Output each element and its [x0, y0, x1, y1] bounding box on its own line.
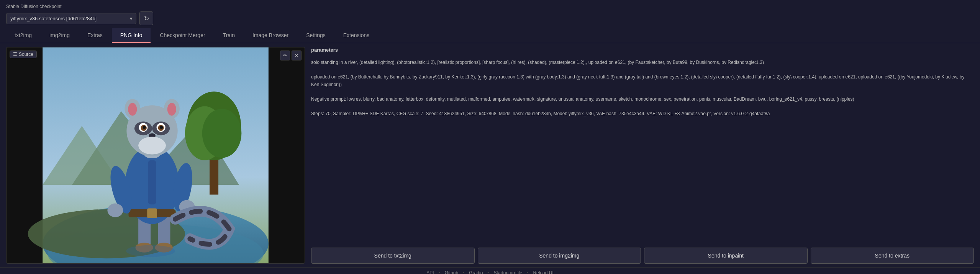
footer-startup-profile-link[interactable]: Startup profile	[494, 270, 523, 274]
tab-train[interactable]: Train	[215, 28, 243, 43]
nav-tabs: txt2img img2img Extras PNG Info Checkpoi…	[0, 28, 980, 43]
tab-image-browser[interactable]: Image Browser	[244, 28, 297, 43]
refresh-icon: ↻	[144, 15, 149, 22]
footer: API • Github • Gradio • Startup profile …	[0, 267, 980, 274]
negative-label: Negative prompt:	[311, 96, 346, 102]
image-panel: ☰ Source ✏ ✕	[6, 47, 305, 264]
top-bar: Stable Diffusion checkpoint yiffymix_v36…	[0, 0, 980, 28]
source-label: Source	[19, 52, 33, 57]
params-panel: parameters solo standing in a river, (de…	[311, 47, 974, 264]
main-content: ☰ Source ✏ ✕	[0, 43, 980, 267]
send-inpaint-button[interactable]: Send to inpaint	[644, 248, 808, 264]
edit-icon: ✏	[283, 53, 287, 58]
tab-img2img[interactable]: img2img	[41, 28, 78, 43]
checkpoint-select-wrapper[interactable]: yiffymix_v36.safetensors [dd61eb284b]	[6, 13, 136, 24]
image-actions: ✏ ✕	[280, 51, 302, 60]
send-extras-button[interactable]: Send to extras	[811, 248, 974, 264]
svg-rect-16	[148, 160, 156, 204]
raccoon-illustration	[7, 47, 305, 263]
source-badge: ☰ Source	[10, 51, 37, 58]
refresh-checkpoint-button[interactable]: ↻	[139, 11, 153, 25]
uploaded-line: uploaded on e621, (by Butterchalk, by Bu…	[311, 74, 964, 87]
checkpoint-label: Stable Diffusion checkpoint	[6, 4, 974, 9]
negative-prompt: lowres, blurry, bad anatomy, letterbox, …	[347, 96, 854, 102]
tab-pnginfo[interactable]: PNG Info	[112, 28, 151, 43]
footer-gradio-link[interactable]: Gradio	[469, 270, 483, 274]
svg-point-37	[167, 103, 176, 116]
svg-point-36	[128, 103, 137, 116]
footer-github-link[interactable]: Github	[445, 270, 458, 274]
positive-prompt: solo standing in a river, (detailed ligh…	[311, 60, 764, 65]
send-img2img-button[interactable]: Send to img2img	[478, 248, 641, 264]
svg-point-38	[138, 137, 166, 154]
footer-api-link[interactable]: API	[426, 270, 434, 274]
source-icon: ☰	[13, 52, 17, 57]
parameters-title: parameters	[311, 47, 974, 53]
tab-settings[interactable]: Settings	[298, 28, 334, 43]
checkpoint-row: yiffymix_v36.safetensors [dd61eb284b] ↻	[6, 11, 974, 25]
close-icon: ✕	[295, 53, 298, 58]
footer-reload-ui-link[interactable]: Reload UI	[533, 270, 553, 274]
edit-image-button[interactable]: ✏	[280, 51, 290, 60]
footer-links: API • Github • Gradio • Startup profile …	[6, 270, 974, 274]
image-container: ☰ Source ✏ ✕	[6, 47, 305, 264]
send-buttons: Send to txt2img Send to img2img Send to …	[311, 248, 974, 264]
svg-point-7	[202, 109, 242, 158]
svg-point-39	[126, 245, 175, 257]
close-image-button[interactable]: ✕	[292, 51, 302, 60]
parameters-text: solo standing in a river, (detailed ligh…	[311, 59, 974, 243]
svg-point-31	[143, 126, 146, 129]
svg-rect-18	[147, 208, 157, 218]
tab-txt2img[interactable]: txt2img	[6, 28, 40, 43]
tab-extras[interactable]: Extras	[79, 28, 111, 43]
steps-line: Steps: 70, Sampler: DPM++ SDE Karras, CF…	[311, 111, 770, 116]
checkpoint-select[interactable]: yiffymix_v36.safetensors [dd61eb284b]	[6, 13, 136, 24]
svg-point-32	[160, 126, 163, 129]
tab-extensions[interactable]: Extensions	[335, 28, 378, 43]
tab-checkpoint-merger[interactable]: Checkpoint Merger	[151, 28, 213, 43]
send-txt2img-button[interactable]: Send to txt2img	[311, 248, 475, 264]
svg-point-21	[107, 204, 123, 217]
